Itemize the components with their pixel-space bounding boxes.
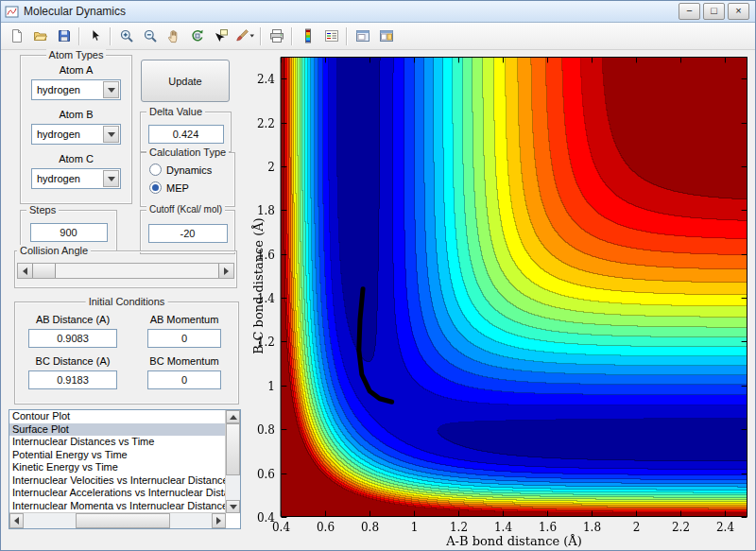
- zoom-out-icon: [143, 28, 158, 43]
- app-window: Molecular Dynamics − □ ×: [0, 0, 756, 551]
- open-file-button[interactable]: [28, 25, 52, 48]
- rotate-3d-icon: [190, 28, 205, 43]
- minimize-button[interactable]: −: [679, 3, 700, 20]
- list-item-1[interactable]: Surface Plot: [9, 423, 226, 437]
- hide-plot-tools-icon: [355, 28, 370, 43]
- delta-value-field[interactable]: 0.424: [148, 125, 224, 144]
- atom-a-select[interactable]: hydrogen: [31, 79, 121, 100]
- insert-colorbar-button[interactable]: [296, 25, 319, 48]
- colorbar-icon: [301, 28, 316, 43]
- insert-legend-button[interactable]: [319, 25, 343, 48]
- list-item-3[interactable]: Potential Energy vs Time: [9, 449, 226, 462]
- collision-angle-title: Collision Angle: [17, 245, 91, 256]
- hide-plot-tools-button[interactable]: [351, 25, 374, 48]
- legend-icon: [324, 28, 339, 43]
- steps-title: Steps: [26, 204, 59, 215]
- vertical-scroll-thumb[interactable]: [226, 423, 240, 475]
- initial-conditions-panel: Initial Conditions AB Distance (A) 0.908…: [14, 301, 239, 405]
- slider-thumb[interactable]: [33, 264, 56, 278]
- chevron-down-icon: [108, 88, 115, 93]
- close-button[interactable]: ×: [728, 3, 749, 20]
- dropdown-button[interactable]: [103, 170, 119, 187]
- ab-distance-field[interactable]: 0.9083: [28, 329, 117, 348]
- ab-momentum-field[interactable]: 0: [147, 329, 221, 348]
- vertical-scrollbar[interactable]: [225, 410, 240, 513]
- brush-button[interactable]: [232, 25, 257, 48]
- list-items: Contour Plot Surface Plot Internuclear D…: [9, 410, 226, 513]
- toolbar-separator: [346, 27, 348, 45]
- ab-distance-label: AB Distance (A): [15, 314, 130, 325]
- cutoff-title: Cutoff (Kcal/ mol): [146, 204, 225, 215]
- calc-radio-1[interactable]: MEP: [149, 181, 234, 194]
- bc-distance-label: BC Distance (A): [15, 355, 130, 367]
- pointer-arrow-icon: [88, 28, 103, 43]
- zoom-in-button[interactable]: [114, 25, 138, 48]
- atom-b-value: hydrogen: [37, 126, 80, 143]
- slider-track[interactable]: [56, 264, 218, 278]
- toolbar-separator: [260, 27, 262, 45]
- toolbar: [1, 23, 755, 50]
- list-item-7[interactable]: Internuclear Momenta vs Internuclear Dis…: [9, 500, 226, 513]
- titlebar: Molecular Dynamics − □ ×: [1, 1, 755, 23]
- print-button[interactable]: [265, 25, 288, 48]
- list-item-5[interactable]: Internuclear Velocities vs Internuclear …: [9, 474, 226, 488]
- list-item-6[interactable]: Internuclear Accelerations vs Internucle…: [9, 487, 226, 500]
- scroll-down-button[interactable]: [226, 500, 240, 513]
- data-cursor-button[interactable]: [209, 25, 232, 48]
- window-controls: − □ ×: [679, 3, 751, 20]
- scroll-up-button[interactable]: [226, 410, 240, 423]
- rotate-3d-button[interactable]: [185, 25, 209, 48]
- zoom-out-button[interactable]: [138, 25, 162, 48]
- plot-type-listbox[interactable]: Contour Plot Surface Plot Internuclear D…: [9, 409, 241, 529]
- ab-momentum-label: AB Momentum: [130, 314, 238, 325]
- app-icon: [5, 5, 19, 19]
- show-plot-tools-button[interactable]: [374, 25, 398, 48]
- data-cursor-icon: [214, 28, 229, 43]
- maximize-button[interactable]: □: [703, 3, 725, 20]
- atom-b-select[interactable]: hydrogen: [31, 124, 121, 145]
- open-folder-icon: [33, 28, 48, 43]
- steps-field[interactable]: 900: [30, 223, 108, 242]
- y-axis-label: B-C bond distance (Å): [251, 56, 266, 516]
- bc-momentum-field[interactable]: 0: [147, 370, 221, 389]
- up-arrow-icon: [230, 415, 237, 420]
- save-figure-button[interactable]: [52, 25, 76, 48]
- atom-types-title: Atom Types: [46, 49, 107, 60]
- initial-conditions-title: Initial Conditions: [86, 296, 168, 307]
- chevron-down-icon: [108, 177, 115, 181]
- pan-button[interactable]: [162, 25, 185, 48]
- printer-icon: [269, 28, 284, 43]
- list-item-2[interactable]: Internuclear Distances vs Time: [9, 436, 226, 449]
- list-item-0[interactable]: Contour Plot: [9, 410, 226, 423]
- left-arrow-icon: [14, 517, 19, 525]
- contour-plot-canvas[interactable]: [249, 48, 756, 551]
- update-button[interactable]: Update: [141, 60, 230, 102]
- slider-left-arrow[interactable]: [18, 264, 33, 278]
- new-figure-button[interactable]: [5, 25, 28, 48]
- atom-types-panel: Atom Types Atom A hydrogen Atom B hydrog…: [20, 55, 132, 204]
- horizontal-scroll-thumb[interactable]: [76, 513, 170, 528]
- radio-icon: [149, 181, 162, 194]
- atom-c-select[interactable]: hydrogen: [31, 168, 121, 189]
- dropdown-button[interactable]: [103, 81, 119, 98]
- calculation-type-panel: Calculation Type Dynamics MEP: [140, 152, 235, 207]
- toolbar-separator: [291, 27, 293, 45]
- scroll-right-button[interactable]: [212, 513, 226, 528]
- slider-right-arrow[interactable]: [218, 264, 233, 278]
- dropdown-button[interactable]: [103, 126, 119, 143]
- edit-pointer-button[interactable]: [83, 25, 107, 48]
- collision-angle-panel: Collision Angle: [14, 250, 237, 288]
- toolbar-separator: [110, 27, 112, 45]
- calc-radio-0[interactable]: Dynamics: [149, 164, 234, 176]
- collision-angle-slider[interactable]: [17, 263, 234, 279]
- atom-b-label: Atom B: [21, 109, 131, 120]
- list-item-4[interactable]: Kinetic Energy vs Time: [9, 461, 226, 474]
- left-arrow-icon: [23, 267, 27, 275]
- horizontal-scrollbar[interactable]: [9, 512, 226, 528]
- cutoff-field[interactable]: -20: [148, 224, 228, 243]
- scroll-left-button[interactable]: [9, 513, 24, 528]
- window-title: Molecular Dynamics: [24, 5, 126, 18]
- brush-icon: [233, 28, 256, 43]
- calculation-type-title: Calculation Type: [146, 146, 229, 158]
- bc-distance-field[interactable]: 0.9183: [28, 370, 117, 389]
